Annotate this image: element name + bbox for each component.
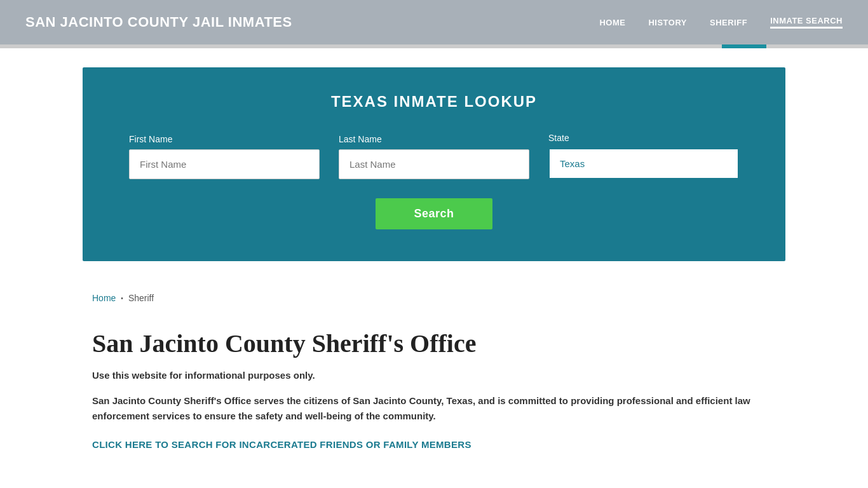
first-name-input[interactable] [129, 149, 320, 179]
search-section: TEXAS INMATE LOOKUP First Name Last Name… [83, 67, 785, 261]
breadcrumb-current: Sheriff [128, 293, 154, 303]
nav-history[interactable]: HISTORY [648, 18, 687, 27]
main-nav: HOME HISTORY SHERIFF INMATE SEARCH [599, 16, 843, 29]
header-underline-active [722, 44, 766, 48]
breadcrumb-home-link[interactable]: Home [92, 293, 116, 303]
search-button[interactable]: Search [376, 198, 492, 229]
page-heading: San Jacinto County Sheriff's Office [92, 329, 776, 358]
breadcrumb: Home • Sheriff [0, 280, 868, 316]
breadcrumb-separator: • [121, 295, 123, 302]
state-label: State [548, 133, 739, 143]
description-text: San Jacinto County Sheriff's Office serv… [92, 393, 759, 424]
state-input[interactable] [548, 148, 739, 179]
nav-home[interactable]: HOME [599, 18, 625, 27]
first-name-group: First Name [129, 134, 320, 179]
last-name-group: Last Name [339, 134, 529, 179]
search-button-row: Search [121, 198, 747, 229]
main-content: San Jacinto County Sheriff's Office Use … [0, 316, 868, 476]
header-underline [0, 44, 868, 48]
nav-sheriff[interactable]: SHERIFF [710, 18, 747, 27]
site-title: SAN JACINTO COUNTY JAIL INMATES [25, 14, 292, 30]
search-fields: First Name Last Name State [121, 133, 747, 179]
site-header: SAN JACINTO COUNTY JAIL INMATES HOME HIS… [0, 0, 868, 44]
state-group: State [548, 133, 739, 179]
first-name-label: First Name [129, 134, 320, 144]
last-name-input[interactable] [339, 149, 529, 179]
search-section-title: TEXAS INMATE LOOKUP [121, 93, 747, 111]
cta-link[interactable]: CLICK HERE to Search for Incarcerated Fr… [92, 439, 471, 450]
last-name-label: Last Name [339, 134, 529, 144]
nav-inmate-search[interactable]: INMATE SEARCH [770, 16, 843, 29]
disclaimer-text: Use this website for informational purpo… [92, 370, 776, 381]
